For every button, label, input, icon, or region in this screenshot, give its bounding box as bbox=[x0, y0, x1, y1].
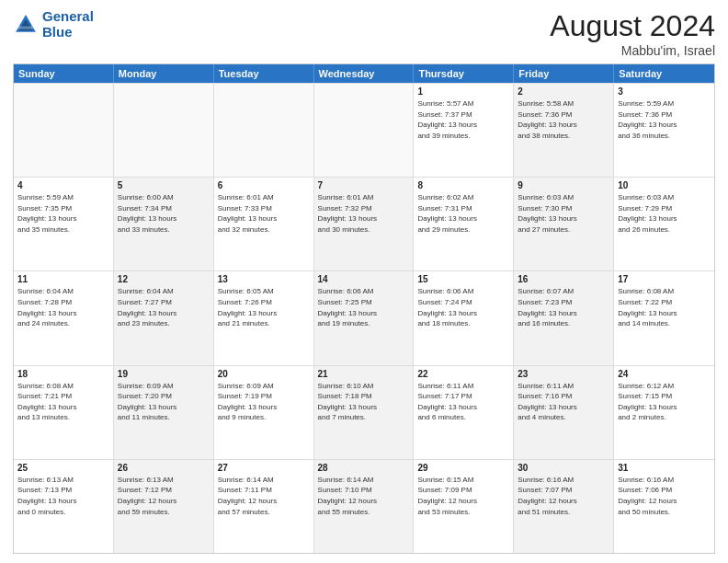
cell-info-line: and 50 minutes. bbox=[618, 507, 711, 518]
calendar-cell: 21Sunrise: 6:10 AMSunset: 7:18 PMDayligh… bbox=[314, 366, 415, 459]
cell-info-line: Daylight: 13 hours bbox=[417, 308, 509, 319]
cell-info-line: and 51 minutes. bbox=[518, 507, 609, 518]
calendar-cell: 26Sunrise: 6:13 AMSunset: 7:12 PMDayligh… bbox=[114, 460, 214, 553]
cell-info-line: Sunrise: 6:14 AM bbox=[318, 475, 410, 486]
calendar-cell: 5Sunrise: 6:00 AMSunset: 7:34 PMDaylight… bbox=[114, 178, 214, 270]
cell-info-line: Sunset: 7:33 PM bbox=[218, 203, 310, 214]
day-number: 30 bbox=[518, 463, 609, 473]
calendar-cell: 30Sunrise: 6:16 AMSunset: 7:07 PMDayligh… bbox=[514, 460, 614, 553]
header: General Blue August 2024 Mabbu'im, Israe… bbox=[13, 9, 715, 58]
cell-info-line: and 4 minutes. bbox=[518, 412, 609, 423]
cell-info-line: Sunset: 7:15 PM bbox=[618, 391, 711, 402]
cell-info-line: Sunrise: 6:03 AM bbox=[618, 192, 711, 203]
cell-info-line: and 32 minutes. bbox=[218, 224, 310, 236]
calendar-cell: 6Sunrise: 6:01 AMSunset: 7:33 PMDaylight… bbox=[214, 178, 314, 270]
cell-info-line: and 59 minutes. bbox=[118, 507, 210, 518]
cell-info-line: Daylight: 13 hours bbox=[218, 308, 310, 319]
day-number: 12 bbox=[118, 274, 210, 284]
cell-info-line: Sunset: 7:18 PM bbox=[318, 391, 410, 402]
header-day-monday: Monday bbox=[114, 64, 214, 83]
cell-info-line: Sunrise: 6:06 AM bbox=[318, 286, 410, 297]
cell-info-line: Sunrise: 6:07 AM bbox=[518, 286, 609, 297]
cell-info-line: Sunset: 7:09 PM bbox=[417, 485, 509, 496]
cell-info-line: Sunset: 7:20 PM bbox=[118, 391, 210, 402]
cell-info-line: Daylight: 13 hours bbox=[518, 120, 609, 131]
day-number: 6 bbox=[218, 180, 310, 190]
cell-info-line: and 38 minutes. bbox=[518, 131, 609, 142]
day-number: 10 bbox=[618, 180, 711, 190]
calendar-cell: 14Sunrise: 6:06 AMSunset: 7:25 PMDayligh… bbox=[314, 271, 415, 364]
header-day-friday: Friday bbox=[514, 64, 614, 83]
calendar-cell bbox=[214, 84, 314, 177]
cell-info-line: and 19 minutes. bbox=[318, 318, 410, 329]
cell-info-line: and 26 minutes. bbox=[618, 224, 711, 236]
cell-info-line: Sunrise: 6:16 AM bbox=[618, 475, 711, 486]
cell-info-line: Sunset: 7:07 PM bbox=[518, 485, 609, 496]
cell-info-line: Sunset: 7:22 PM bbox=[618, 297, 711, 308]
cell-info-line: Sunset: 7:32 PM bbox=[318, 203, 410, 214]
cell-info-line: and 9 minutes. bbox=[218, 412, 310, 423]
cell-info-line: Sunset: 7:37 PM bbox=[417, 109, 509, 121]
cell-info-line: and 11 minutes. bbox=[118, 412, 210, 423]
cell-info-line: Daylight: 13 hours bbox=[118, 213, 210, 224]
cell-info-line: Sunrise: 6:02 AM bbox=[417, 192, 509, 203]
calendar-row: 4Sunrise: 5:59 AMSunset: 7:35 PMDaylight… bbox=[14, 177, 714, 270]
calendar-body: 1Sunrise: 5:57 AMSunset: 7:37 PMDaylight… bbox=[14, 83, 714, 553]
cell-info-line: Daylight: 13 hours bbox=[17, 402, 109, 413]
cell-info-line: Sunset: 7:11 PM bbox=[218, 485, 310, 496]
calendar-cell: 10Sunrise: 6:03 AMSunset: 7:29 PMDayligh… bbox=[614, 178, 714, 270]
calendar-cell: 9Sunrise: 6:03 AMSunset: 7:30 PMDaylight… bbox=[514, 178, 614, 270]
cell-info-line: and 39 minutes. bbox=[417, 131, 509, 142]
cell-info-line: Sunrise: 5:59 AM bbox=[618, 98, 711, 109]
cell-info-line: Daylight: 13 hours bbox=[618, 213, 711, 224]
cell-info-line: Sunset: 7:30 PM bbox=[518, 203, 609, 214]
cell-info-line: Daylight: 13 hours bbox=[118, 308, 210, 319]
calendar-cell: 4Sunrise: 5:59 AMSunset: 7:35 PMDaylight… bbox=[14, 178, 114, 270]
month-title: August 2024 bbox=[550, 9, 715, 43]
cell-info-line: and 7 minutes. bbox=[318, 412, 410, 423]
calendar-cell: 12Sunrise: 6:04 AMSunset: 7:27 PMDayligh… bbox=[114, 271, 214, 364]
cell-info-line: Sunrise: 6:00 AM bbox=[118, 192, 210, 203]
cell-info-line: Sunrise: 6:16 AM bbox=[518, 475, 609, 486]
cell-info-line: Sunset: 7:21 PM bbox=[17, 391, 109, 402]
cell-info-line: Daylight: 13 hours bbox=[417, 402, 509, 413]
cell-info-line: Daylight: 13 hours bbox=[318, 308, 410, 319]
cell-info-line: Sunrise: 6:11 AM bbox=[518, 381, 609, 392]
cell-info-line: Sunset: 7:36 PM bbox=[518, 109, 609, 121]
calendar-cell: 29Sunrise: 6:15 AMSunset: 7:09 PMDayligh… bbox=[414, 460, 514, 553]
calendar-cell: 24Sunrise: 6:12 AMSunset: 7:15 PMDayligh… bbox=[614, 366, 714, 459]
cell-info-line: Sunrise: 6:03 AM bbox=[518, 192, 609, 203]
cell-info-line: Daylight: 13 hours bbox=[518, 213, 609, 224]
cell-info-line: Daylight: 13 hours bbox=[618, 402, 711, 413]
cell-info-line: Daylight: 12 hours bbox=[417, 496, 509, 507]
cell-info-line: Sunrise: 6:14 AM bbox=[218, 475, 310, 486]
cell-info-line: Sunset: 7:25 PM bbox=[318, 297, 410, 308]
cell-info-line: Daylight: 13 hours bbox=[417, 120, 509, 131]
day-number: 13 bbox=[218, 274, 310, 284]
cell-info-line: Sunrise: 6:06 AM bbox=[417, 286, 509, 297]
calendar-cell: 25Sunrise: 6:13 AMSunset: 7:13 PMDayligh… bbox=[14, 460, 114, 553]
cell-info-line: and 33 minutes. bbox=[118, 224, 210, 236]
header-day-wednesday: Wednesday bbox=[314, 64, 415, 83]
calendar-cell: 19Sunrise: 6:09 AMSunset: 7:20 PMDayligh… bbox=[114, 366, 214, 459]
day-number: 14 bbox=[318, 274, 410, 284]
cell-info-line: Sunrise: 6:09 AM bbox=[218, 381, 310, 392]
calendar-cell: 31Sunrise: 6:16 AMSunset: 7:06 PMDayligh… bbox=[614, 460, 714, 553]
cell-info-line: Sunrise: 6:10 AM bbox=[318, 381, 410, 392]
day-number: 20 bbox=[218, 369, 310, 379]
logo-line2: Blue bbox=[42, 24, 73, 40]
logo-line1: General bbox=[42, 8, 94, 24]
calendar-cell: 17Sunrise: 6:08 AMSunset: 7:22 PMDayligh… bbox=[614, 271, 714, 364]
calendar-cell: 16Sunrise: 6:07 AMSunset: 7:23 PMDayligh… bbox=[514, 271, 614, 364]
cell-info-line: Sunset: 7:24 PM bbox=[417, 297, 509, 308]
calendar-header: SundayMondayTuesdayWednesdayThursdayFrid… bbox=[14, 64, 714, 83]
calendar-cell bbox=[14, 84, 114, 177]
logo-text: General Blue bbox=[42, 9, 94, 40]
cell-info-line: Daylight: 12 hours bbox=[118, 496, 210, 507]
cell-info-line: and 55 minutes. bbox=[318, 507, 410, 518]
cell-info-line: and 14 minutes. bbox=[618, 318, 711, 329]
logo-icon bbox=[13, 12, 39, 38]
header-day-thursday: Thursday bbox=[414, 64, 514, 83]
day-number: 11 bbox=[17, 274, 109, 284]
day-number: 25 bbox=[17, 463, 109, 473]
